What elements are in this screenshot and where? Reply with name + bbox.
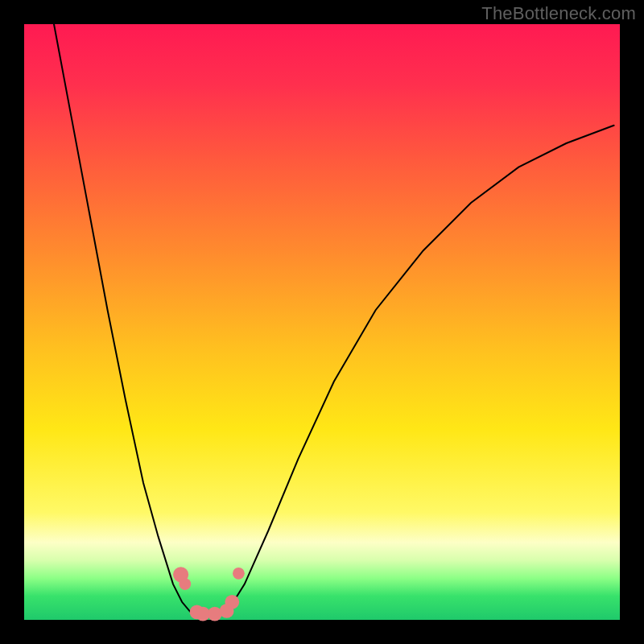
plot-area xyxy=(24,24,620,620)
chart-frame: TheBottleneck.com xyxy=(0,0,644,644)
curve-markers xyxy=(173,567,245,621)
curve-layer xyxy=(24,24,620,620)
watermark-text: TheBottleneck.com xyxy=(481,3,636,24)
curve-marker xyxy=(225,595,239,609)
curve-marker xyxy=(208,607,222,621)
bottleneck-curve xyxy=(54,24,614,614)
curve-marker xyxy=(179,578,191,590)
curve-marker xyxy=(233,568,245,580)
